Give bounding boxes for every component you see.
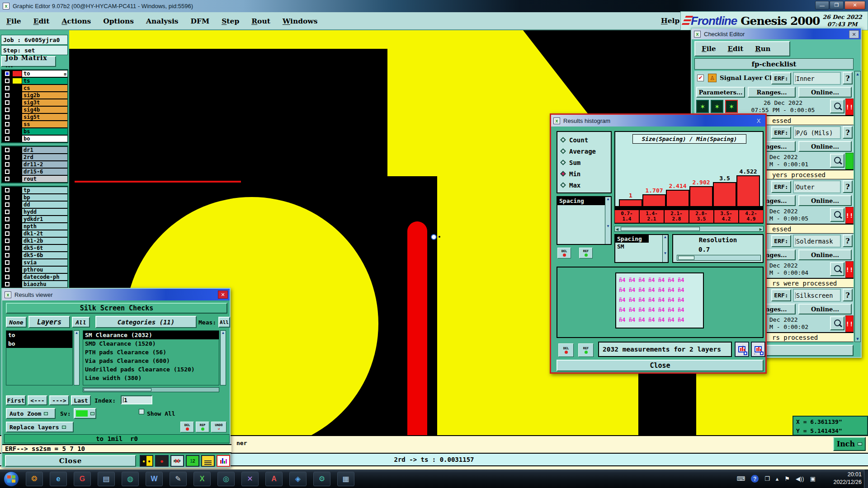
units-dropdown[interactable]: Inch xyxy=(833,437,866,451)
del-button[interactable]: DEL xyxy=(180,422,194,432)
share-icon[interactable]: ◈ xyxy=(289,472,307,486)
checklist-close-icon[interactable]: ✕ xyxy=(849,30,859,38)
spreadsheet-icon[interactable]: X xyxy=(193,472,211,486)
chart-hscrollbar[interactable]: ◀▶ xyxy=(614,226,764,232)
menu-analysis[interactable]: Analysis xyxy=(146,17,179,25)
layer-row-cs[interactable]: cs xyxy=(2,84,67,92)
zoom-result-button[interactable] xyxy=(830,262,844,276)
meas-dropdown[interactable]: All xyxy=(218,317,230,328)
layer-checkbox[interactable] xyxy=(2,77,13,84)
categories-button[interactable]: Categories (11) xyxy=(95,316,197,328)
preview-ref-button[interactable]: REF xyxy=(578,343,594,357)
editor-icon[interactable]: ✎ xyxy=(170,472,187,486)
layer-row-dk1-2t[interactable]: dk1-2t xyxy=(2,230,67,237)
layer-row-dr15-6[interactable]: dr15-6 xyxy=(2,168,67,175)
checklist-titlebar[interactable]: x Checklist Editor ✕ xyxy=(692,28,861,39)
all-button[interactable]: All xyxy=(72,317,90,328)
record-icon[interactable]: ● xyxy=(155,455,169,467)
window-titlebar[interactable]: x Graphic Editor 9.07b2 (00@HY-HYCAM-PC4… xyxy=(0,0,868,12)
import-chart-icon[interactable]: ← xyxy=(751,342,765,357)
results-histogram-window[interactable]: x Results histogram X CountAverageSumMin… xyxy=(550,113,767,374)
minimize-button[interactable]: — xyxy=(815,1,829,9)
slider-thumb[interactable] xyxy=(678,256,694,260)
scroll-down-icon[interactable]: ▼ xyxy=(855,337,860,341)
first-button[interactable]: First xyxy=(6,395,26,405)
rep-button[interactable]: REP xyxy=(196,422,209,432)
online-button[interactable]: Online... xyxy=(798,304,852,314)
viewer-close-button[interactable]: Close xyxy=(5,455,136,467)
layer-checkbox[interactable] xyxy=(2,161,13,168)
layer-checkbox[interactable] xyxy=(2,201,13,208)
sublist-scrollbar[interactable]: ▲▼ xyxy=(662,235,668,262)
radio-min[interactable]: Min xyxy=(557,168,611,179)
category-item[interactable]: Line width (380) xyxy=(83,374,219,382)
layer-checkbox[interactable] xyxy=(2,244,13,252)
notes-icon[interactable] xyxy=(201,455,215,467)
histogram-close-button[interactable]: Close xyxy=(557,360,764,371)
genesis-icon[interactable]: G xyxy=(74,472,91,486)
layer-row-ydkdr1[interactable]: ydkdr1 xyxy=(2,216,67,223)
layer-checkbox[interactable] xyxy=(2,259,13,266)
menu-actions[interactable]: Actions xyxy=(61,17,91,25)
layers-button[interactable]: Layers xyxy=(28,316,70,328)
erf-input[interactable]: Soldermask xyxy=(793,235,841,248)
scroll-thumb[interactable] xyxy=(621,227,700,231)
layer-checkbox[interactable] xyxy=(2,281,13,288)
next-button[interactable]: ---> xyxy=(49,395,69,405)
menu-step[interactable]: Step xyxy=(222,17,239,25)
category-item[interactable]: SM Clearance (2032) xyxy=(83,331,219,339)
viewer-layer-item[interactable]: bo xyxy=(6,339,72,348)
zoom-result-button[interactable] xyxy=(830,208,844,222)
close-button[interactable]: ✕ xyxy=(844,1,865,9)
histogram-close-icon[interactable]: X xyxy=(754,117,764,125)
calculator-icon[interactable]: ▦ xyxy=(337,472,354,486)
pages-12-icon[interactable]: 12 xyxy=(186,455,199,467)
layer-checkbox[interactable] xyxy=(2,230,13,237)
undo-button[interactable]: UNDO↺ xyxy=(211,422,226,432)
layer-checkbox[interactable] xyxy=(2,135,13,142)
radio-sum[interactable]: Sum xyxy=(557,157,611,168)
layer-checkbox[interactable] xyxy=(2,223,13,230)
category-hscrollbar[interactable] xyxy=(83,387,219,392)
layer-row-datecode-ph[interactable]: datecode-ph xyxy=(2,273,67,281)
export-chart-icon[interactable]: ↓ xyxy=(735,342,749,357)
erf-help-button[interactable]: ? xyxy=(843,180,853,193)
layer-row-ts[interactable]: ts xyxy=(2,77,67,84)
checklist-menu-edit[interactable]: Edit xyxy=(728,45,744,53)
layer-list-scrollbar[interactable]: ▲ xyxy=(74,330,80,385)
layer-row-rout[interactable]: rout xyxy=(2,175,67,183)
layer-row-sig5t[interactable]: sig5t xyxy=(2,113,67,121)
sv-color-dropdown[interactable] xyxy=(74,408,96,419)
menu-rout[interactable]: Rout xyxy=(251,17,270,25)
keyboard-icon[interactable]: ⌨ xyxy=(736,475,745,482)
viewer-layer-list[interactable]: tobo xyxy=(6,330,73,385)
layer-checkbox[interactable] xyxy=(2,187,13,194)
erf-help-button[interactable]: ? xyxy=(843,72,853,84)
zoom-result-button[interactable] xyxy=(830,316,844,330)
word-doc-icon[interactable]: W xyxy=(146,472,163,486)
measurement-marker[interactable] xyxy=(431,234,437,240)
erf-input[interactable]: Inner xyxy=(793,72,841,85)
layer-row-tp[interactable]: tp xyxy=(2,187,67,194)
layer-checkbox[interactable] xyxy=(2,252,13,259)
results-viewer-window[interactable]: x Results viewer ✕ Silk Screen Checks No… xyxy=(1,288,231,468)
layer-row-biaozhu[interactable]: biaozhu xyxy=(2,281,67,288)
run-action-icon[interactable]: ✶ xyxy=(711,100,723,113)
list-scrollbar[interactable]: ▲▼ xyxy=(605,197,611,244)
layer-checkbox[interactable] xyxy=(2,154,13,161)
layer-checkbox[interactable] xyxy=(2,237,13,244)
layer-checkbox[interactable] xyxy=(2,208,13,216)
layer-row-sig4b[interactable]: sig4b xyxy=(2,106,67,113)
ref-clear-icon[interactable]: REF✕ xyxy=(170,455,184,467)
cam-tool-icon[interactable]: ◎ xyxy=(217,472,235,486)
category-item[interactable]: SMD Clearance (1520) xyxy=(83,339,219,348)
histogram-measure-list[interactable]: ▲▼ Spacing xyxy=(557,196,612,245)
layer-checkbox[interactable] xyxy=(2,84,13,92)
online-button[interactable]: Online... xyxy=(798,87,852,98)
menu-edit[interactable]: Edit xyxy=(33,17,50,25)
save-manager-icon[interactable]: ▤ xyxy=(98,472,115,486)
layer-row-dk5-6t[interactable]: dk5-6t xyxy=(2,244,67,252)
hidden-icons-arrow[interactable]: ▴ xyxy=(776,475,779,482)
erf-input[interactable]: Outer xyxy=(793,180,841,193)
contrast-view-icon[interactable]: ●● xyxy=(140,455,153,467)
